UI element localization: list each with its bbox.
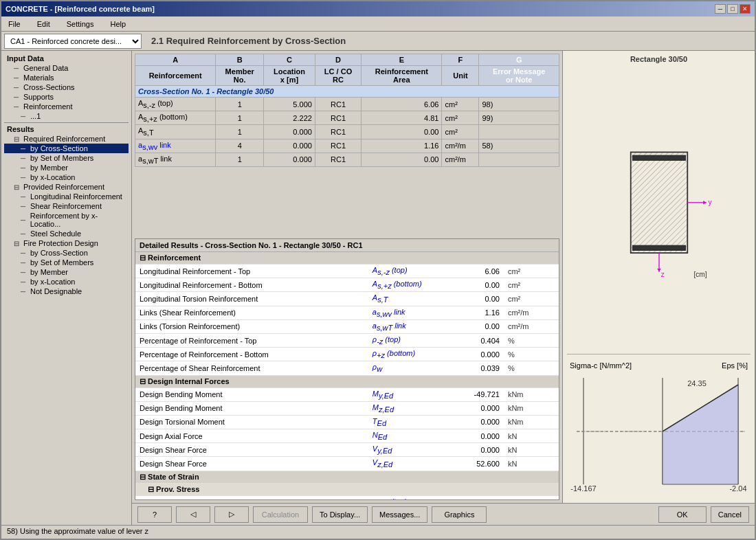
detail-symbol-12: NEd [368,429,453,443]
tree-fire-protection[interactable]: ⊟ Fire Protection Design [4,238,129,248]
detail-symbol-15: σs,-z (top) [368,495,453,499]
tree-shear-reinf[interactable]: ─ Shear Reinforcement [4,201,129,211]
tree-by-set-of-members[interactable]: ─ by Set of Members [4,153,129,163]
detail-row[interactable]: Longitudinal Reinforcement - Bottom As,+… [135,278,559,292]
detail-header: Detailed Results - Cross-Section No. 1 -… [135,239,559,252]
detail-section-strain-label: ⊟ State of Strain [135,471,559,483]
stress-diagram-labels: Sigma-c [N/mm^2] Eps [%] [570,361,748,370]
tree-dot-icon: ─ [21,145,29,153]
tree-reinf-by-x-label: Reinforcement by x-Locatio... [30,212,126,228]
main-content: Input Data ─ General Data ─ Materials ─ … [1,51,755,525]
tree-general-data-label: General Data [23,64,68,72]
bottom-bar: ? ◁ ▷ Calculation To Display... Messages… [132,503,755,525]
table-row[interactable]: As,+z (bottom) 1 2.222 RC1 4.81 cm² 99) [135,111,559,125]
tree-supports[interactable]: ─ Supports [4,92,129,102]
tree-by-member-req[interactable]: ─ by Member [4,163,129,172]
cell-g4: 58) [479,139,559,153]
detail-val-4: 1.16 [453,306,504,319]
detail-val-6: 0.404 [453,333,504,347]
z-axis-label: z [660,271,664,278]
tree-general-data[interactable]: ─ General Data [4,63,129,73]
menu-help[interactable]: Help [106,19,130,30]
table-row[interactable]: as,wT link 1 0.000 RC1 0.00 cm²/m [135,153,559,166]
section-header-row: Cross-Section No. 1 - Rectangle 30/50 [135,86,559,98]
menu-settings[interactable]: Settings [63,19,98,30]
tree-reinf-1[interactable]: ─ ...1 [4,111,129,121]
detail-val-15: 454.11 [453,495,504,499]
messages-button[interactable]: Messages... [372,506,427,523]
detail-row[interactable]: Design Shear Force Vz,Ed 52.600 kN [135,457,559,471]
table-row[interactable]: As,-z (top) 1 5.000 RC1 6.06 cm² 98) [135,98,559,111]
tree-steel-schedule[interactable]: ─ Steel Schedule [4,229,129,238]
col-a-header: A [135,54,216,66]
detail-symbol-9: My,Ed [368,387,453,401]
detail-pct-top: Percentage of Reinforcement - Top [135,333,368,347]
detail-symbol-5: as,wT link [368,319,453,333]
tree-input-label: Input Data [7,54,44,63]
detail-row[interactable]: Percentage of Shear Reinforcement ρw 0.0… [135,361,559,375]
detail-row[interactable]: Design Torsional Moment TEd 0.000 kNm [135,415,559,429]
col-b-header: B [216,54,264,66]
close-button[interactable]: ✕ [740,4,751,14]
detail-panel: Detailed Results - Cross-Section No. 1 -… [135,238,559,500]
col-c-header: C [264,54,315,66]
maximize-button[interactable]: □ [727,4,738,14]
tree-fire-by-member[interactable]: ─ by Member [4,267,129,277]
calculation-button[interactable]: Calculation [253,506,308,523]
table-row[interactable]: as,wv link 4 0.000 RC1 1.16 cm²/m 58) [135,139,559,153]
tree-reinf-by-x[interactable]: ─ Reinforcement by x-Locatio... [4,211,129,229]
tree-dot-icon4: ─ [21,174,29,181]
tree-not-designable[interactable]: ─ Not Designable [4,286,129,296]
to-display-button[interactable]: To Display... [312,506,368,523]
detail-row[interactable]: Percentage of Reinforcement - Top ρ-z (t… [135,333,559,347]
tree-by-x-location-req[interactable]: ─ by x-Location [4,172,129,182]
tree-provided-reinf[interactable]: ⊟ Provided Reinforcement [4,182,129,192]
detail-unit-3: cm² [504,292,559,306]
table-row[interactable]: As,T 1 0.000 RC1 0.00 cm² [135,125,559,139]
tree-longitudinal-reinf[interactable]: ─ Longitudinal Reinforcement [4,192,129,201]
graphics-button[interactable]: Graphics [432,506,487,523]
tree-required-reinf[interactable]: ⊟ Required Reinforcement [4,134,129,144]
cancel-button[interactable]: Cancel [711,506,749,523]
cell-e2: 4.81 [362,111,442,125]
detail-long-reinf-top: Longitudinal Reinforcement - Top [135,265,368,278]
detail-scroll[interactable]: ⊟ Reinforcement Longitudinal Reinforceme… [135,252,559,499]
tree-cross-sections[interactable]: ─ Cross-Sections [4,82,129,92]
detail-unit-4: cm²/m [504,306,559,319]
detail-row[interactable]: Longitudinal Torsion Reinforcement As,T … [135,292,559,306]
menu-file[interactable]: File [4,19,25,30]
detail-val-7: 0.000 [453,348,504,361]
col-location-header: Locationx [m] [264,66,315,86]
top-val-label: 24.35 [687,379,707,387]
detail-bending-my: Design Bending Moment [135,387,368,401]
detail-row[interactable]: Design Shear Force Vy,Ed 0.000 kN [135,443,559,457]
icon-btn-1[interactable]: ? [137,506,172,523]
tree-dash-icon3: ─ [14,84,22,91]
detail-row[interactable]: Links (Torsion Reinforcement) as,wT link… [135,319,559,333]
tree-by-member-req-label: by Member [30,164,68,172]
case-dropdown[interactable]: CA1 - Reinforced concrete desi... [4,34,142,49]
detail-val-12: 0.000 [453,429,504,443]
tree-by-cross-section[interactable]: ─ by Cross-Section [4,144,129,153]
sigma-label: Sigma-c [N/mm^2] [570,361,632,370]
detail-row[interactable]: Design Bending Moment My,Ed -49.721 kNm [135,387,559,401]
menu-edit[interactable]: Edit [33,19,54,30]
tree-fire-set-members[interactable]: ─ by Set of Members [4,258,129,267]
minimize-button[interactable]: ─ [715,4,726,14]
detail-row[interactable]: Design Bending Moment Mz,Ed 0.000 kNm [135,401,559,415]
tree-materials[interactable]: ─ Materials [4,73,129,82]
detail-row[interactable]: Steel Stress - Top σs,-z (top) 454.11 N/… [135,495,559,499]
detail-row[interactable]: Design Axial Force NEd 0.000 kN [135,429,559,443]
icon-btn-3[interactable]: ▷ [214,506,249,523]
detail-row[interactable]: Percentage of Reinforcement - Bottom ρ+z… [135,348,559,361]
tree-fire-by-x[interactable]: ─ by x-Location [4,277,129,286]
detail-row[interactable]: Longitudinal Reinforcement - Top As,-z (… [135,265,559,278]
tree-fire-cross-section[interactable]: ─ by Cross-Section [4,248,129,258]
detail-section-design: ⊟ Design Internal Forces [135,375,559,387]
detail-subsection-stress: ⊟ Prov. Stress [135,483,559,495]
ok-button[interactable]: OK [658,506,707,523]
top-reinf-bar [632,155,685,160]
detail-row[interactable]: Links (Shear Reinforcement) as,wv link 1… [135,306,559,319]
icon-btn-2[interactable]: ◁ [176,506,210,523]
tree-reinforcement[interactable]: ─ Reinforcement [4,102,129,111]
